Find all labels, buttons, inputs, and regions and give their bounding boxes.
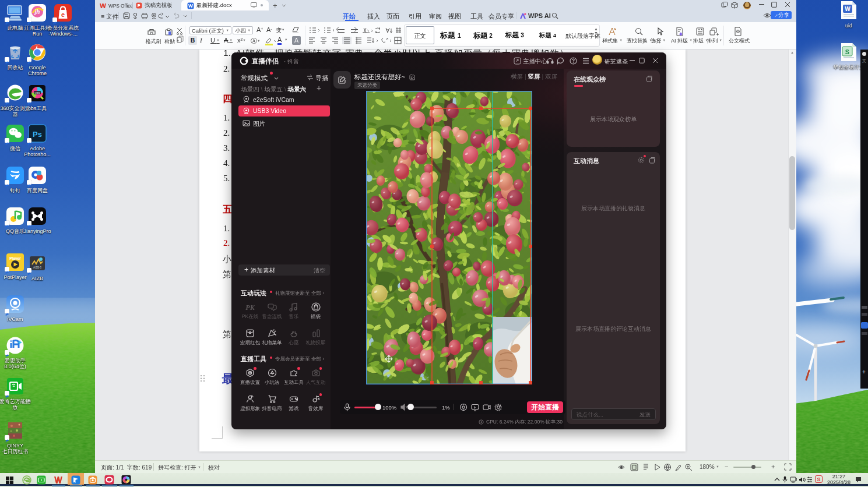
svg-text:S: S <box>845 48 849 55</box>
svg-text:PK: PK <box>245 304 255 312</box>
svg-text:jh: jh <box>34 9 40 15</box>
svg-text:Ps: Ps <box>33 130 42 139</box>
svg-text:e: e <box>61 11 65 18</box>
svg-text:AIZB-3: AIZB-3 <box>33 266 42 269</box>
svg-text:OBS: OBS <box>34 91 40 94</box>
svg-text:W: W <box>845 6 851 12</box>
